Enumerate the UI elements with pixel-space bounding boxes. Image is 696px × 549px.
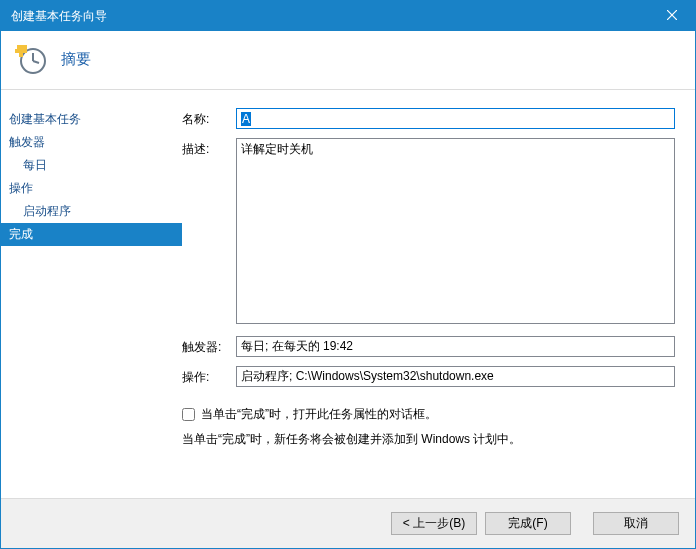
svg-rect-6 [15,49,19,53]
clock-new-icon [15,43,47,75]
svg-rect-7 [23,49,27,53]
back-button[interactable]: < 上一步(B) [391,512,477,535]
close-button[interactable] [649,1,695,31]
action-label: 操作: [182,366,236,386]
svg-rect-9 [19,53,23,57]
wizard-footer: < 上一步(B) 完成(F) 取消 [1,498,695,548]
trigger-value: 每日; 在每天的 19:42 [236,336,675,357]
wizard-step[interactable]: 创建基本任务 [1,108,182,131]
trigger-label: 触发器: [182,336,236,356]
description-label: 描述: [182,138,236,158]
wizard-step[interactable]: 完成 [1,223,182,246]
task-name-input[interactable]: A [236,108,675,129]
wizard-step[interactable]: 操作 [1,177,182,200]
svg-rect-8 [19,45,23,49]
action-value: 启动程序; C:\Windows\System32\shutdown.exe [236,366,675,387]
cancel-button[interactable]: 取消 [593,512,679,535]
open-properties-checkbox[interactable] [182,408,195,421]
title-bar: 创建基本任务向导 [1,1,695,31]
wizard-header: 摘要 [1,31,695,90]
summary-panel: 名称: A 描述: 触发器: 每日; 在每天的 19:42 操作: 启动程序; … [182,90,695,498]
wizard-steps-sidebar: 创建基本任务触发器每日操作启动程序完成 [1,90,182,498]
page-title: 摘要 [61,50,91,69]
wizard-step[interactable]: 每日 [1,154,182,177]
window-title: 创建基本任务向导 [11,8,107,25]
wizard-step[interactable]: 触发器 [1,131,182,154]
wizard-step[interactable]: 启动程序 [1,200,182,223]
finish-button[interactable]: 完成(F) [485,512,571,535]
close-icon [667,9,677,23]
name-label: 名称: [182,108,236,128]
finish-hint-text: 当单击“完成”时，新任务将会被创建并添加到 Windows 计划中。 [182,431,675,448]
open-properties-label[interactable]: 当单击“完成”时，打开此任务属性的对话框。 [201,406,437,423]
task-description-input[interactable] [236,138,675,324]
